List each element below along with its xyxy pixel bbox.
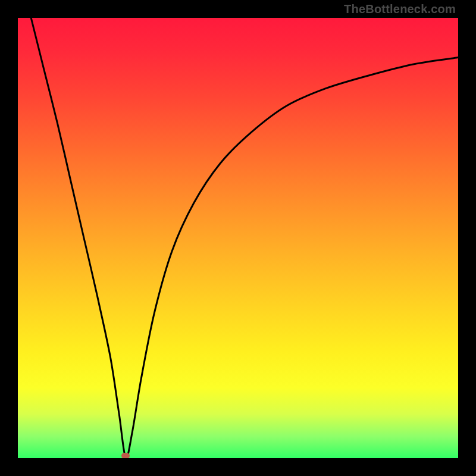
watermark-text: TheBottleneck.com bbox=[344, 2, 456, 16]
bottleneck-curve bbox=[31, 18, 458, 458]
chart-frame: TheBottleneck.com bbox=[0, 0, 476, 476]
plot-area bbox=[18, 18, 458, 458]
curve-svg bbox=[18, 18, 458, 458]
minimum-marker bbox=[121, 453, 130, 458]
